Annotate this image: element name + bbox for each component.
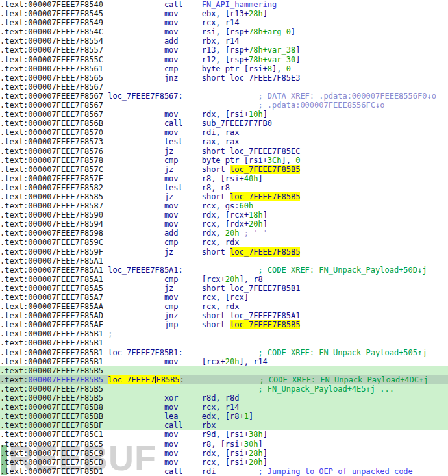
asm-line[interactable]: .text:000007FEEE7F85AA cmp rcx, rdx bbox=[0, 302, 448, 311]
asm-token[interactable]: rdx, bbox=[202, 229, 225, 238]
asm-token[interactable]: mov bbox=[164, 458, 179, 467]
asm-token[interactable]: .text:000007FEEE7F85B1 bbox=[0, 357, 103, 366]
asm-token[interactable]: .text:000007FEEE7F85A1 bbox=[0, 275, 103, 284]
asm-token[interactable]: ], r8 bbox=[240, 275, 263, 284]
asm-token[interactable]: 20h bbox=[225, 357, 240, 366]
asm-line[interactable]: .text:000007FEEE7F85B1 bbox=[0, 338, 448, 347]
asm-line[interactable]: .text:000007FEEE7F85CD mov rcx, [rsi+20h… bbox=[0, 458, 448, 467]
asm-token[interactable]: .text:000007FEEE7F859F bbox=[0, 247, 103, 257]
asm-token[interactable]: short bbox=[202, 165, 230, 174]
asm-token[interactable]: rdi bbox=[202, 467, 216, 476]
asm-token[interactable]: 20h bbox=[225, 229, 240, 238]
asm-token[interactable]: ebx, [r13+ bbox=[202, 9, 249, 18]
asm-token[interactable]: .text:000007FEEE7F85B5 bbox=[0, 384, 103, 394]
asm-token[interactable]: rdx, [rcx+ bbox=[202, 210, 249, 219]
asm-line[interactable]: .text:000007FEEE7F85A5 jz short loc_7FEE… bbox=[0, 284, 448, 293]
asm-token[interactable]: .text:000007FEEE7F8545 bbox=[0, 9, 103, 18]
asm-token[interactable]: .text:000007FEEE7F8578 bbox=[0, 156, 103, 165]
asm-token[interactable]: ; Jumping to OEP of unpacked code bbox=[258, 467, 412, 476]
asm-line[interactable]: .text:000007FEEE7F8567 loc_7FEEE7F8567: … bbox=[0, 92, 448, 101]
asm-token[interactable]: r13, [rsp+ bbox=[202, 45, 249, 55]
asm-line[interactable]: .text:000007FEEE7F85B1 mov [rcx+20h], r1… bbox=[0, 357, 448, 366]
asm-token[interactable]: test bbox=[164, 183, 183, 192]
asm-token[interactable]: .text:000007FEEE7F8567 bbox=[0, 101, 103, 110]
asm-line[interactable]: .text:000007FEEE7F85B8 mov rcx, r14 bbox=[0, 403, 448, 412]
asm-token[interactable]: .text:000007FEEE7F85B5 bbox=[0, 394, 103, 403]
asm-token[interactable]: .text:000007FEEE7F85B1 bbox=[0, 338, 103, 347]
asm-token[interactable]: mov bbox=[164, 27, 179, 36]
asm-token[interactable]: .text:000007FEEE7F8540 bbox=[0, 0, 103, 9]
asm-line[interactable]: .text:000007FEEE7F85B5 ; FN_Unpack_Paylo… bbox=[0, 384, 448, 394]
asm-line[interactable]: .text:000007FEEE7F8540 call FN_API_hamme… bbox=[0, 0, 448, 9]
asm-line[interactable]: .text:000007FEEE7F85A1 bbox=[0, 257, 448, 266]
asm-line[interactable]: .text:000007FEEE7F8587 mov rcx, gs:60h bbox=[0, 201, 448, 210]
asm-line[interactable]: .text:000007FEEE7F8567 mov rdx, [rsi+10h… bbox=[0, 110, 448, 119]
asm-token[interactable]: mov bbox=[164, 440, 179, 449]
asm-token[interactable]: short loc_7FEEE7F85B1 bbox=[202, 284, 301, 293]
asm-token[interactable]: .text:000007FEEE7F8598 bbox=[0, 229, 103, 238]
asm-line[interactable]: .text:000007FEEE7F85BF call rbx bbox=[0, 421, 448, 430]
asm-token[interactable]: ] bbox=[249, 412, 253, 421]
asm-line[interactable]: .text:000007FEEE7F8565 jnz short loc_7FE… bbox=[0, 73, 448, 82]
asm-token[interactable]: jz bbox=[164, 165, 173, 174]
asm-token[interactable]: short loc_7FEEE7F85E3 bbox=[202, 73, 301, 82]
asm-token[interactable]: lea bbox=[164, 412, 179, 421]
asm-line[interactable]: .text:000007FEEE7F85AD jnz short loc_7FE… bbox=[0, 311, 448, 320]
asm-token[interactable]: ] bbox=[258, 440, 262, 449]
asm-line[interactable]: .text:000007FEEE7F8557 mov r13, [rsp+78h… bbox=[0, 45, 448, 55]
asm-token[interactable]: .text:000007FEEE7F8549 bbox=[0, 18, 103, 27]
asm-token[interactable]: 10h bbox=[249, 110, 263, 119]
asm-token[interactable]: jz bbox=[164, 284, 173, 293]
asm-token[interactable]: .text:000007FEEE7F85B1 bbox=[0, 348, 103, 357]
asm-token[interactable]: cmp bbox=[164, 238, 179, 247]
asm-token[interactable]: rdx, [rsi+ bbox=[202, 110, 249, 119]
asm-line[interactable]: .text:000007FEEE7F85C9 mov rdx, [rsi+28h… bbox=[0, 449, 448, 458]
asm-token[interactable]: .text:000007FEEE7F85A5 bbox=[0, 284, 103, 293]
asm-token[interactable]: r8, [rsi+ bbox=[202, 174, 244, 183]
asm-token[interactable]: 8 bbox=[268, 64, 272, 73]
asm-token[interactable]: .text:000007FEEE7F85CD bbox=[0, 458, 103, 467]
asm-token[interactable]: mov bbox=[164, 128, 179, 137]
asm-token[interactable]: mov bbox=[164, 403, 179, 412]
asm-token[interactable]: ] bbox=[263, 110, 268, 119]
asm-token[interactable]: .text:000007FEEE7F8594 bbox=[0, 219, 103, 229]
asm-line[interactable]: .text:000007FEEE7F8590 mov rdx, [rcx+18h… bbox=[0, 210, 448, 219]
asm-line[interactable]: .text:000007FEEE7F859F jz short loc_7FEE… bbox=[0, 247, 448, 257]
asm-line[interactable]: .text:000007FEEE7F8578 cmp byte ptr [rsi… bbox=[0, 156, 448, 165]
asm-token[interactable]: rcx, rdx bbox=[202, 302, 240, 311]
asm-token[interactable]: short loc_7FEEE7F85EC bbox=[202, 147, 301, 156]
asm-token[interactable]: byte ptr [rsi+ bbox=[202, 64, 268, 73]
asm-token[interactable]: ; .pdata:000007FEEE8556FC↓o bbox=[258, 101, 384, 110]
asm-token[interactable]: .text:000007FEEE7F857E bbox=[0, 174, 103, 183]
asm-token[interactable]: [rcx+ bbox=[202, 275, 225, 284]
asm-token[interactable]: sub_7FEEE7F7FB0 bbox=[202, 119, 272, 128]
asm-token[interactable]: .text:000007FEEE7F8587 bbox=[0, 201, 103, 210]
asm-token[interactable]: 40h bbox=[244, 174, 258, 183]
asm-line[interactable]: .text:000007FEEE7F8585 jz short loc_7FEE… bbox=[0, 192, 448, 201]
asm-line[interactable]: .text:000007FEEE7F8598 add rdx, 20h ; ' … bbox=[0, 229, 448, 238]
asm-token[interactable]: jnz bbox=[164, 73, 179, 82]
asm-token[interactable] bbox=[240, 229, 244, 238]
asm-token[interactable]: mov bbox=[164, 201, 179, 210]
asm-token[interactable]: r8, [rsi+ bbox=[202, 440, 244, 449]
asm-token[interactable]: .text:000007FEEE7F85B1 bbox=[0, 329, 103, 338]
asm-token[interactable]: rbx, r14 bbox=[202, 36, 240, 45]
asm-line[interactable]: .text:000007FEEE7F85B5 xor r8d, r8d bbox=[0, 394, 448, 403]
asm-token[interactable]: loc_7FEEE7F85B5 bbox=[230, 192, 300, 201]
asm-token[interactable]: .text:000007FEEE7F8585 bbox=[0, 192, 103, 201]
asm-token[interactable]: ] bbox=[295, 45, 300, 55]
asm-token[interactable]: loc_7FEEE7F85B5 bbox=[230, 247, 300, 257]
asm-token[interactable]: ; - - - - - - - - - - - - - - - - - - - … bbox=[108, 329, 408, 338]
asm-token[interactable]: jz bbox=[164, 192, 173, 201]
asm-token[interactable]: ] bbox=[295, 55, 300, 64]
asm-token[interactable]: mov bbox=[164, 110, 179, 119]
asm-token[interactable]: .text:000007FEEE7F8582 bbox=[0, 183, 103, 192]
asm-token[interactable]: mov bbox=[164, 18, 179, 27]
asm-token[interactable]: .text:000007FEEE7F8561 bbox=[0, 64, 103, 73]
asm-token[interactable]: call bbox=[164, 421, 183, 430]
asm-token[interactable]: .text:000007FEEE7F854C bbox=[0, 27, 103, 36]
asm-token[interactable]: .text:000007FEEE7F8567 bbox=[0, 110, 103, 119]
asm-token[interactable]: loc_7FEEE7F85B5 bbox=[230, 320, 300, 329]
asm-line[interactable]: .text:000007FEEE7F8567 ; .pdata:000007FE… bbox=[0, 101, 448, 110]
asm-line[interactable]: .text:000007FEEE7F85B1 loc_7FEEE7F85B1: … bbox=[0, 348, 448, 357]
